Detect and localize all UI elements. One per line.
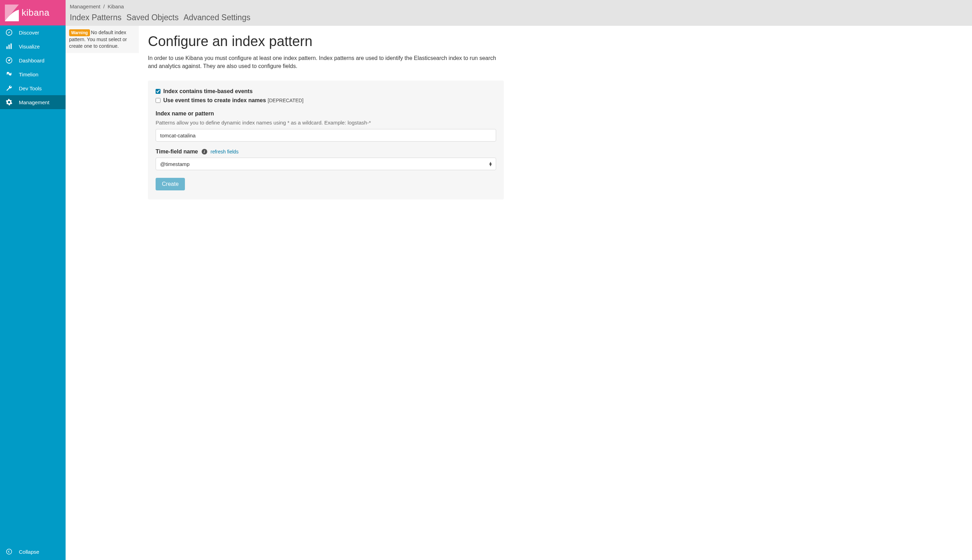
config-panel: Index contains time-based events Use eve… (148, 80, 504, 200)
sidebar-item-label: Dashboard (19, 58, 44, 63)
svg-point-11 (7, 549, 12, 554)
sidebar-item-dashboard[interactable]: Dashboard (0, 53, 65, 67)
sidebar-collapse[interactable]: Collapse (0, 543, 65, 560)
sidebar: kibana Discover Visualize Dashboard Time… (0, 0, 65, 560)
sidebar-item-visualize[interactable]: Visualize (0, 39, 65, 53)
checkbox-event-times[interactable] (155, 98, 160, 103)
topbar: Management / Kibana Index Patterns Saved… (65, 0, 972, 26)
page-description: In order to use Kibana you must configur… (148, 54, 504, 70)
brand-name: kibana (22, 7, 50, 18)
sidebar-item-management[interactable]: Management (0, 95, 65, 109)
main: Management / Kibana Index Patterns Saved… (65, 0, 972, 560)
sidebar-item-label: Discover (19, 30, 39, 35)
info-icon[interactable]: i (202, 149, 207, 155)
select-wrap-time-field: @timestamp ▲▼ (155, 158, 496, 170)
sidebar-item-label: Dev Tools (19, 85, 42, 92)
tab-advanced-settings[interactable]: Advanced Settings (184, 13, 251, 22)
svg-rect-4 (8, 45, 9, 49)
sidebar-nav: Discover Visualize Dashboard Timelion De… (0, 25, 65, 543)
gauge-icon (6, 57, 13, 64)
label-time-field: Time-field name i refresh fields (155, 148, 496, 155)
collapse-icon (6, 548, 13, 555)
compass-icon (6, 29, 13, 36)
create-button[interactable]: Create (155, 178, 185, 190)
svg-marker-2 (8, 32, 10, 34)
help-index-name: Patterns allow you to define dynamic ind… (155, 120, 496, 125)
content: WarningNo default index pattern. You mus… (65, 26, 972, 207)
timelion-icon (6, 71, 13, 78)
tabs: Index Patterns Saved Objects Advanced Se… (70, 13, 968, 22)
sidebar-item-label: Visualize (19, 43, 40, 50)
breadcrumb-root[interactable]: Management (70, 3, 100, 9)
page: Configure an index pattern In order to u… (139, 26, 972, 207)
warning-box: WarningNo default index pattern. You mus… (65, 26, 139, 53)
svg-point-9 (8, 73, 8, 74)
breadcrumb-sep: / (102, 3, 108, 9)
row-time-based: Index contains time-based events (155, 88, 496, 95)
brand-header[interactable]: kibana (0, 0, 65, 25)
svg-point-10 (9, 73, 10, 74)
barchart-icon (6, 43, 13, 50)
svg-rect-3 (7, 47, 8, 49)
sidebar-item-devtools[interactable]: Dev Tools (0, 81, 65, 95)
select-time-field[interactable]: @timestamp (155, 158, 496, 170)
refresh-fields-link[interactable]: refresh fields (211, 149, 239, 155)
sidebar-item-label: Timelion (19, 72, 38, 77)
label-index-name: Index name or pattern (155, 110, 496, 117)
input-index-name[interactable] (155, 129, 496, 142)
sidebar-item-timelion[interactable]: Timelion (0, 67, 65, 81)
checkbox-time-based[interactable] (155, 89, 160, 94)
page-title: Configure an index pattern (148, 33, 963, 49)
warning-badge: Warning (69, 29, 90, 36)
tab-saved-objects[interactable]: Saved Objects (126, 13, 179, 22)
row-event-times: Use event times to create index names [D… (155, 97, 496, 103)
breadcrumb: Management / Kibana (70, 3, 968, 9)
collapse-label: Collapse (19, 549, 39, 555)
time-field-label-text: Time-field name (155, 148, 198, 155)
wrench-icon (6, 85, 13, 92)
label-event-times: Use event times to create index names (163, 97, 266, 103)
sidebar-item-discover[interactable]: Discover (0, 25, 65, 39)
deprecated-tag: [DEPRECATED] (267, 98, 303, 103)
gear-icon (6, 99, 13, 106)
tab-index-patterns[interactable]: Index Patterns (70, 13, 122, 22)
label-time-based: Index contains time-based events (163, 88, 252, 95)
kibana-logo-icon (5, 5, 19, 21)
svg-rect-5 (10, 43, 12, 49)
sidebar-item-label: Management (19, 99, 50, 105)
breadcrumb-current[interactable]: Kibana (107, 3, 124, 9)
